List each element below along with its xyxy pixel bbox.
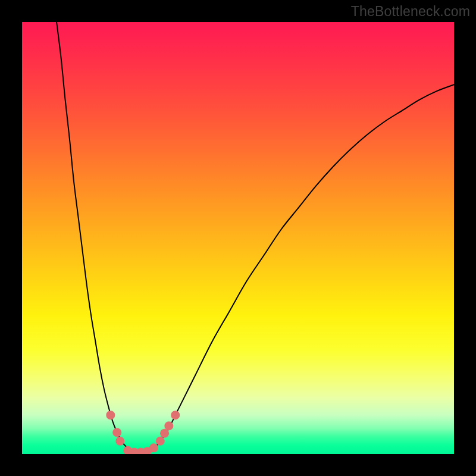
plot-area bbox=[22, 22, 454, 454]
curve-svg bbox=[22, 22, 454, 454]
marker-dot bbox=[115, 437, 124, 446]
bottleneck-curve bbox=[57, 22, 454, 453]
marker-dot bbox=[164, 421, 173, 430]
marker-dot bbox=[106, 411, 115, 419]
marker-dot bbox=[112, 428, 121, 437]
highlight-markers bbox=[106, 411, 180, 454]
chart-stage: TheBottleneck.com bbox=[0, 0, 476, 476]
marker-dot bbox=[156, 437, 165, 446]
marker-dot bbox=[171, 411, 180, 419]
marker-dot bbox=[149, 443, 158, 452]
credit-label: TheBottleneck.com bbox=[351, 4, 470, 20]
